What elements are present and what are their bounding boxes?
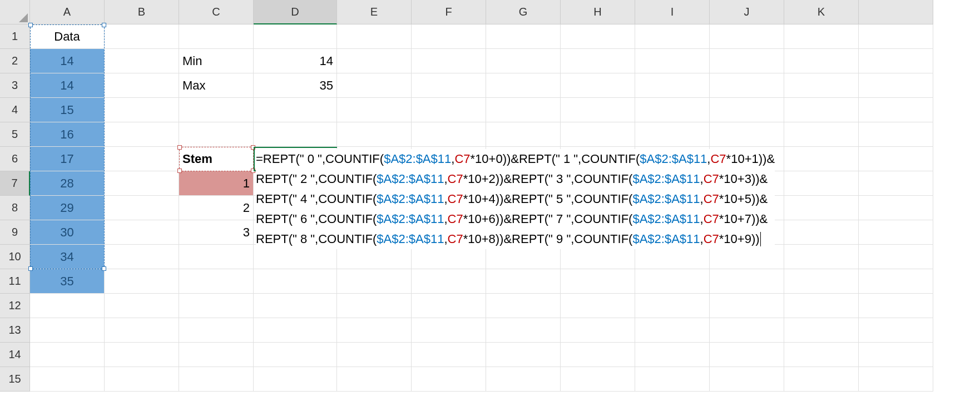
col-header-H[interactable]: H [561,0,635,24]
cell-K15[interactable] [784,367,859,392]
cell-A8[interactable]: 29 [30,196,105,220]
cell-H15[interactable] [561,367,635,392]
cell-K12[interactable] [784,294,859,318]
cell-E3[interactable] [337,73,412,98]
col-header-A[interactable]: A [30,0,105,24]
cell-B10[interactable] [105,245,179,269]
cell-E4[interactable] [337,98,412,122]
cell-K6[interactable] [784,147,859,171]
cell-E15[interactable] [337,367,412,392]
cell-C1[interactable] [179,24,254,49]
col-header-G[interactable]: G [486,0,561,24]
cell-E12[interactable] [337,294,412,318]
cell-B15[interactable] [105,367,179,392]
cell-B12[interactable] [105,294,179,318]
cell-L9[interactable] [859,220,933,245]
cell-B8[interactable] [105,196,179,220]
cell-I4[interactable] [635,98,710,122]
cell-D3[interactable]: 35 [254,73,337,98]
cell-C3[interactable]: Max [179,73,254,98]
cell-K11[interactable] [784,269,859,294]
cell-K7[interactable] [784,171,859,196]
cell-C10[interactable] [179,245,254,269]
row-header-13[interactable]: 13 [0,318,30,343]
cell-D1[interactable] [254,24,337,49]
cell-B14[interactable] [105,343,179,367]
cell-J15[interactable] [710,367,784,392]
cell-E1[interactable] [337,24,412,49]
col-header-extra[interactable] [859,0,933,24]
cell-F1[interactable] [412,24,486,49]
cell-C9[interactable]: 3 [179,220,254,245]
cell-L11[interactable] [859,269,933,294]
cell-E13[interactable] [337,318,412,343]
cell-A14[interactable] [30,343,105,367]
cell-L15[interactable] [859,367,933,392]
cell-C6[interactable]: Stem [179,147,254,171]
cell-K8[interactable] [784,196,859,220]
col-header-I[interactable]: I [635,0,710,24]
col-header-J[interactable]: J [710,0,784,24]
cell-I1[interactable] [635,24,710,49]
cell-C13[interactable] [179,318,254,343]
cell-B6[interactable] [105,147,179,171]
col-header-C[interactable]: C [179,0,254,24]
cell-A13[interactable] [30,318,105,343]
cell-C5[interactable] [179,122,254,147]
cell-L7[interactable] [859,171,933,196]
cell-B2[interactable] [105,49,179,73]
cell-I15[interactable] [635,367,710,392]
cell-D13[interactable] [254,318,337,343]
cell-G12[interactable] [486,294,561,318]
cell-K13[interactable] [784,318,859,343]
cell-A7[interactable]: 28 [30,171,105,196]
cell-D14[interactable] [254,343,337,367]
cell-C4[interactable] [179,98,254,122]
cell-G14[interactable] [486,343,561,367]
cell-I3[interactable] [635,73,710,98]
cell-G11[interactable] [486,269,561,294]
row-header-7[interactable]: 7 [0,171,30,196]
cell-A6[interactable]: 17 [30,147,105,171]
cell-D2[interactable]: 14 [254,49,337,73]
row-header-15[interactable]: 15 [0,367,30,392]
cell-H4[interactable] [561,98,635,122]
cell-A4[interactable]: 15 [30,98,105,122]
cell-B7[interactable] [105,171,179,196]
cell-G5[interactable] [486,122,561,147]
cell-C12[interactable] [179,294,254,318]
cell-K3[interactable] [784,73,859,98]
cell-F5[interactable] [412,122,486,147]
cell-E14[interactable] [337,343,412,367]
cell-H3[interactable] [561,73,635,98]
cell-I2[interactable] [635,49,710,73]
cell-F13[interactable] [412,318,486,343]
cell-B3[interactable] [105,73,179,98]
cell-B4[interactable] [105,98,179,122]
cell-L8[interactable] [859,196,933,220]
cell-F14[interactable] [412,343,486,367]
cell-B5[interactable] [105,122,179,147]
cell-L14[interactable] [859,343,933,367]
cell-G2[interactable] [486,49,561,73]
cell-H1[interactable] [561,24,635,49]
row-header-11[interactable]: 11 [0,269,30,294]
cell-L13[interactable] [859,318,933,343]
cell-L1[interactable] [859,24,933,49]
cell-K2[interactable] [784,49,859,73]
col-header-B[interactable]: B [105,0,179,24]
cell-A12[interactable] [30,294,105,318]
select-all-corner[interactable] [0,0,30,24]
row-header-12[interactable]: 12 [0,294,30,318]
cell-L6[interactable] [859,147,933,171]
cell-A11[interactable]: 35 [30,269,105,294]
row-header-1[interactable]: 1 [0,24,30,49]
cell-F2[interactable] [412,49,486,73]
cell-K5[interactable] [784,122,859,147]
cell-K10[interactable] [784,245,859,269]
cell-F3[interactable] [412,73,486,98]
cell-D4[interactable] [254,98,337,122]
cell-H14[interactable] [561,343,635,367]
cell-L12[interactable] [859,294,933,318]
cell-J1[interactable] [710,24,784,49]
